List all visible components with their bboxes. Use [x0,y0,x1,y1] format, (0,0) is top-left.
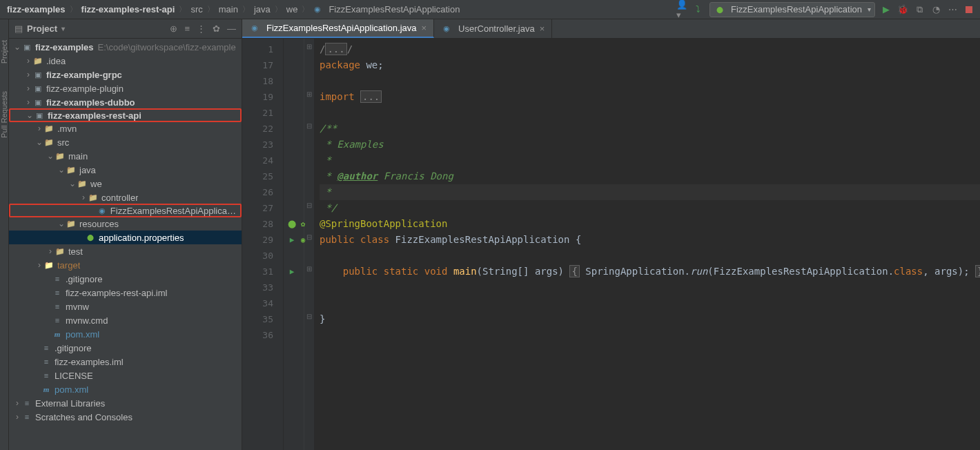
close-icon[interactable]: × [540,23,545,34]
module-icon [32,97,43,108]
tree-controller[interactable]: controller [9,190,242,204]
debug-icon[interactable]: 🐞 [897,4,908,15]
project-tree: fizz-examplesE:\code\gitworkspace\fizz-e… [9,39,242,450]
coverage-icon[interactable]: ⧉ [914,4,925,15]
build-icon[interactable]: ⤵ [693,4,704,15]
tree-test[interactable]: test [9,244,242,258]
line-num[interactable]: 36 [242,327,283,343]
tool-project-tab[interactable]: Project [0,40,8,63]
line-num[interactable]: 33 [242,280,283,295]
run-gutter-icon[interactable]: ▶ [286,267,298,276]
tree-resources[interactable]: resources [9,217,242,231]
attach-icon[interactable]: ⋯ [947,4,958,15]
tree-main[interactable]: main [9,149,242,163]
line-gutter[interactable]: 1 17 18 19 21 22 23 24 25 26 27 28 ⬤ ✿ 2… [242,39,284,450]
module-icon [34,110,45,121]
hide-icon[interactable]: — [227,23,236,34]
tree-java[interactable]: java [9,163,242,177]
tree-license[interactable]: LICENSE [9,369,242,382]
fold-icon[interactable]: ⊞ [304,261,314,277]
line-num[interactable]: 31 ▶ [242,264,283,280]
crumb-module[interactable]: fizz-examples-rest-api [80,4,177,14]
tree-app-class[interactable]: FizzExamplesRestApiApplication [9,204,242,217]
locate-icon[interactable]: ⊕ [170,23,177,34]
tree-root[interactable]: fizz-examplesE:\code\gitworkspace\fizz-e… [9,40,242,54]
fold-icon[interactable]: ⊞ [304,39,314,55]
tree-mvn[interactable]: .mvn [9,121,242,135]
tree-gitignore[interactable]: .gitignore [9,272,242,286]
lib-icon [21,398,32,409]
line-num[interactable]: 29 ▶ ◉ [242,232,283,248]
target-folder-icon [43,260,55,271]
maven-icon [52,329,63,340]
settings-icon[interactable]: ✿ [213,23,220,34]
line-num[interactable]: 27 [242,200,283,216]
tree-root-iml[interactable]: fizz-examples.iml [9,355,242,369]
tree-root-pom[interactable]: pom.xml [9,382,242,396]
tree-mvnwcmd[interactable]: mvnw.cmd [9,313,242,327]
crumb-java[interactable]: java [253,4,272,14]
close-icon[interactable]: × [421,23,427,33]
line-num[interactable]: 22 [242,121,283,137]
line-num[interactable]: 24 [242,153,283,168]
bean-gutter-icon[interactable]: ✿ [297,219,309,228]
chevron-icon: 〉 [179,4,186,14]
tree-target[interactable]: target [9,258,242,272]
tree-grpc[interactable]: fizz-example-grpc [9,68,242,81]
tree-ext-lib[interactable]: External Libraries [9,396,242,410]
project-panel-title[interactable]: Project [27,23,166,34]
line-num[interactable]: 1 [242,41,283,57]
fold-icon[interactable]: ⊞ [304,86,314,102]
line-num[interactable]: 34 [242,295,283,311]
tree-dubbo[interactable]: fizz-examples-dubbo [9,95,242,109]
crumb-class[interactable]: FizzExamplesRestApiApplication [327,4,461,14]
toolbar-right: 👤▾ ⤵ FizzExamplesRestApiApplication ▶ 🐞 … [676,2,974,17]
crumb-project[interactable]: fizz-examples [6,4,67,14]
collapse-icon[interactable]: ⋮ [197,23,206,34]
tree-root-gitignore[interactable]: .gitignore [9,341,242,355]
tree-we[interactable]: we [9,177,242,190]
tree-pom[interactable]: pom.xml [9,327,242,341]
panel-tools: ⊕ ≡ ⋮ ✿ — [170,23,236,34]
tree-iml[interactable]: fizz-examples-rest-api.iml [9,286,242,300]
gutter-icons [284,39,304,450]
tree-app-props[interactable]: application.properties [9,231,242,244]
line-num[interactable]: 35 [242,311,283,327]
tab-other[interactable]: UserController.java × [434,19,552,38]
line-num[interactable]: 25 [242,168,283,184]
tree-plugin[interactable]: fizz-example-plugin [9,81,242,95]
line-num[interactable]: 19 [242,89,283,105]
crumb-src[interactable]: src [189,4,204,14]
tree-restapi[interactable]: fizz-examples-rest-api [9,108,242,122]
code-content[interactable]: /.../ package we; import ... /** * Examp… [314,39,980,450]
line-num[interactable]: 28 ⬤ ✿ [242,216,283,232]
bean-gutter-icon[interactable]: ◉ [297,235,309,244]
stop-icon[interactable] [963,4,974,15]
file-icon [52,273,63,284]
crumb-main[interactable]: main [217,4,239,14]
fold-gutter[interactable]: ⊞ ⊞ ⊟ ⊟ ⊟ ⊞ ⊟ [304,39,314,450]
user-icon[interactable]: 👤▾ [676,4,687,15]
line-num[interactable]: 21 [242,105,283,121]
line-num[interactable]: 23 [242,137,283,153]
line-num[interactable]: 18 [242,73,283,89]
expand-icon[interactable]: ≡ [184,23,190,34]
run-icon[interactable]: ▶ [881,4,892,15]
crumb-pkg[interactable]: we [285,4,300,14]
fold-icon[interactable]: ⊟ [304,197,314,213]
tree-src[interactable]: src [9,135,242,149]
tree-scratch[interactable]: Scratches and Consoles [9,410,242,424]
tree-mvnw[interactable]: mvnw [9,300,242,313]
fold-icon[interactable]: ⊟ [304,309,314,324]
run-config-selector[interactable]: FizzExamplesRestApiApplication [709,2,875,17]
tab-active[interactable]: FizzExamplesRestApiApplication.java × [242,19,434,38]
tool-pull-requests-tab[interactable]: Pull Requests [0,91,8,138]
line-num[interactable]: 17 [242,57,283,73]
module-icon [32,69,43,80]
line-num[interactable]: 30 [242,248,283,264]
profile-icon[interactable]: ◔ [930,4,941,15]
line-num[interactable]: 26 [242,184,283,200]
fold-icon[interactable]: ⊟ [304,118,314,134]
tree-idea[interactable]: .idea [9,54,242,68]
file-icon [52,287,63,298]
